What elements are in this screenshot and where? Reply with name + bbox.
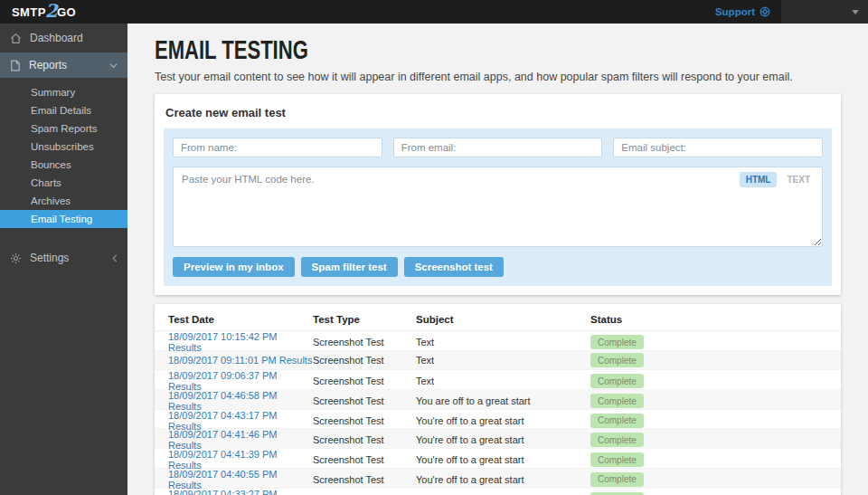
subject-cell: You're off to a great start: [416, 415, 590, 426]
test-date-results-link[interactable]: 18/09/2017 04:41:39 PM Results: [168, 449, 313, 471]
table-row: 18/09/2017 04:46:58 PM Results Screensho…: [155, 390, 841, 410]
test-date-results-link[interactable]: 18/09/2017 04:40:55 PM Results: [168, 469, 313, 490]
caret-down-icon: [852, 10, 859, 14]
test-type-cell: Screenshot Test: [313, 395, 416, 406]
test-date-results-link[interactable]: 18/09/2017 04:33:27 PM Results: [168, 489, 313, 495]
logo-2: 2: [45, 0, 58, 22]
status-badge: Complete: [590, 414, 644, 428]
table-header-row: Test Date Test Type Subject Status: [155, 308, 841, 331]
from-email-input[interactable]: [393, 138, 603, 157]
sidebar-item-unsubscribes[interactable]: Unsubscribes: [0, 138, 127, 156]
from-name-input[interactable]: [173, 138, 382, 157]
sidebar-item-settings[interactable]: Settings: [0, 243, 127, 272]
html-code-textarea[interactable]: [173, 167, 823, 247]
table-row: 18/09/2017 04:41:39 PM Results Screensho…: [155, 449, 841, 469]
test-date-results-link[interactable]: 18/09/2017 09:11:01 PM Results: [168, 355, 313, 366]
text-mode-button[interactable]: TEXT: [780, 172, 816, 187]
test-type-cell: Screenshot Test: [313, 474, 416, 485]
test-type-cell: Screenshot Test: [313, 355, 416, 366]
preview-inbox-button[interactable]: Preview in my inbox: [173, 257, 295, 277]
support-label: Support: [715, 6, 755, 17]
test-date-results-link[interactable]: 18/09/2017 10:15:42 PM Results: [168, 331, 313, 353]
status-badge: Complete: [590, 433, 644, 447]
create-test-card: Create new email test HTML TEXT Preview …: [155, 94, 841, 295]
page-title: EMAIL TESTING: [155, 36, 676, 63]
test-type-cell: Screenshot Test: [313, 376, 416, 386]
subject-cell: You're off to a great start: [416, 474, 590, 485]
sidebar-item-bounces[interactable]: Bounces: [0, 156, 127, 174]
logo-go: GO: [57, 5, 76, 19]
status-badge: Complete: [590, 353, 644, 367]
account-dropdown[interactable]: [781, 0, 868, 24]
sidebar-item-label: Settings: [30, 252, 69, 264]
reports-submenu: Summary Email Details Spam Reports Unsub…: [0, 78, 127, 232]
table-row: 18/09/2017 09:06:37 PM Results Screensho…: [155, 370, 841, 390]
sidebar-item-reports[interactable]: Reports: [0, 52, 127, 78]
status-badge: Complete: [590, 472, 644, 487]
sidebar-item-archives[interactable]: Archives: [0, 192, 127, 210]
test-type-cell: Screenshot Test: [313, 454, 416, 465]
test-date-results-link[interactable]: 18/09/2017 04:43:17 PM Results: [168, 410, 313, 432]
status-badge: Complete: [590, 335, 644, 349]
test-type-cell: Screenshot Test: [313, 434, 416, 445]
subject-cell: Text: [416, 355, 590, 366]
subject-cell: Text: [416, 337, 590, 347]
column-header-test-date: Test Date: [168, 314, 313, 325]
sidebar-item-summary[interactable]: Summary: [0, 83, 127, 101]
subject-cell: You are off to a great start: [416, 395, 590, 406]
subject-cell: You're off to a great start: [416, 454, 590, 465]
table-row: 18/09/2017 04:40:55 PM Results Screensho…: [155, 469, 841, 489]
column-header-subject: Subject: [416, 314, 590, 325]
table-row: 18/09/2017 10:15:42 PM Results Screensho…: [155, 331, 841, 351]
subject-cell: You're off to a great start: [416, 434, 590, 445]
sidebar: Dashboard Reports Summary Email Details …: [0, 24, 127, 495]
topbar: SMTP2GO Support: [0, 0, 868, 24]
sidebar-item-email-details[interactable]: Email Details: [0, 101, 127, 119]
table-row: 18/09/2017 09:11:01 PM Results Screensho…: [155, 351, 841, 371]
html-mode-button[interactable]: HTML: [740, 172, 778, 187]
document-icon: [10, 60, 21, 71]
gear-icon: [10, 252, 22, 264]
content-mode-toggle: HTML TEXT: [740, 172, 816, 187]
create-test-title: Create new email test: [165, 106, 832, 119]
support-link[interactable]: Support: [715, 6, 770, 17]
spam-filter-test-button[interactable]: Spam filter test: [301, 257, 398, 277]
table-row: 18/09/2017 04:41:46 PM Results Screensho…: [155, 429, 841, 449]
status-badge: Complete: [590, 452, 644, 467]
sidebar-item-dashboard[interactable]: Dashboard: [0, 24, 127, 52]
smtp2go-logo[interactable]: SMTP2GO: [12, 1, 76, 23]
status-badge: Complete: [590, 492, 644, 495]
screenshot-test-button[interactable]: Screenshot test: [404, 257, 504, 277]
main-content: EMAIL TESTING Test your email content to…: [127, 24, 868, 495]
topbar-right: Support: [715, 0, 868, 24]
sidebar-item-charts[interactable]: Charts: [0, 174, 127, 192]
sidebar-item-label: Reports: [29, 59, 67, 71]
sidebar-item-email-testing[interactable]: Email Testing: [0, 210, 127, 228]
test-date-results-link[interactable]: 18/09/2017 04:41:46 PM Results: [168, 429, 313, 451]
sidebar-item-spam-reports[interactable]: Spam Reports: [0, 119, 127, 138]
chevron-down-icon: [109, 62, 118, 69]
test-type-cell: Screenshot Test: [313, 337, 416, 347]
email-subject-input[interactable]: [613, 138, 823, 157]
table-row: 18/09/2017 04:33:27 PM Results Screensho…: [155, 489, 841, 495]
life-ring-icon: [760, 6, 770, 17]
column-header-test-type: Test Type: [313, 314, 416, 325]
sidebar-item-label: Dashboard: [30, 32, 83, 44]
status-badge: Complete: [590, 374, 644, 388]
subject-cell: Text: [416, 376, 590, 386]
column-header-status: Status: [590, 314, 841, 325]
test-type-cell: Screenshot Test: [313, 415, 416, 426]
page-description: Test your email content to see how it wi…: [155, 71, 841, 83]
table-row: 18/09/2017 04:43:17 PM Results Screensho…: [155, 410, 841, 430]
home-icon: [10, 33, 22, 44]
test-form-panel: HTML TEXT Preview in my inbox Spam filte…: [164, 129, 832, 286]
logo-smtp: SMTP: [12, 5, 46, 19]
chevron-left-icon: [112, 254, 118, 262]
test-results-card: Test Date Test Type Subject Status 18/09…: [155, 304, 841, 495]
test-date-results-link[interactable]: 18/09/2017 09:06:37 PM Results: [168, 370, 313, 392]
test-date-results-link[interactable]: 18/09/2017 04:46:58 PM Results: [168, 390, 313, 412]
status-badge: Complete: [590, 394, 644, 408]
